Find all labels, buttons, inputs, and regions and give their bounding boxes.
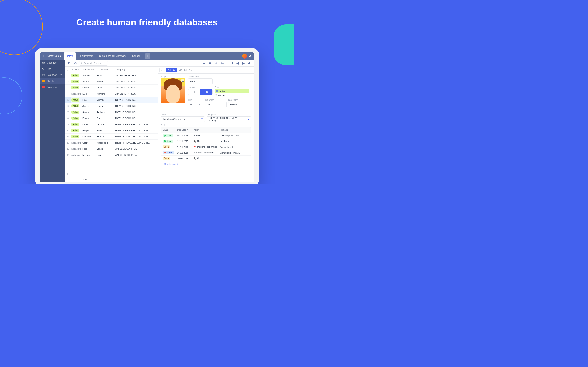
row-number: 2 <box>65 80 71 83</box>
todo-row[interactable]: Open10.03.2016📞Call <box>161 156 251 161</box>
customerno-input[interactable]: K0013 <box>188 78 213 84</box>
filter-button[interactable] <box>66 61 71 66</box>
section-collapse[interactable]: ••• <box>161 109 251 112</box>
view-tab[interactable]: All customers <box>76 52 96 60</box>
col-status[interactable]: Status <box>71 68 82 71</box>
todo-col-status[interactable]: Status <box>161 129 177 131</box>
table-row[interactable]: 8ActiveParkerGoodTORVUS GOLD INC. <box>65 115 158 121</box>
todo-row[interactable]: Done12.11.2015📞Callcall-back <box>161 138 251 144</box>
status-badge: Open <box>163 145 170 149</box>
col-lastname[interactable]: Last Name <box>97 68 115 71</box>
sidebar-item[interactable]: Company <box>40 84 65 90</box>
delete-button[interactable] <box>208 61 213 66</box>
first-button[interactable]: ⏮ <box>229 61 234 66</box>
lang-de[interactable]: DE <box>188 89 200 95</box>
row-number: 8 <box>65 117 71 119</box>
database-name: Ninox Demo <box>47 55 64 58</box>
table-row[interactable]: 5ActiveLisaWilsonTORVUS GOLD INC. <box>65 97 158 103</box>
company-input[interactable]: TORVUS GOLD INC. (NEW YORK) <box>207 117 245 122</box>
sidebar-item[interactable]: Calendar <box>40 72 65 78</box>
cell-status: Active <box>71 104 82 108</box>
next-button[interactable]: ▶ <box>241 61 246 66</box>
cell-lastname: Wilson <box>97 99 115 101</box>
lang-en[interactable]: EN <box>200 89 212 95</box>
todo-col-remarks[interactable]: Remarks <box>220 129 251 131</box>
detail-tab[interactable]: Clients <box>165 68 177 72</box>
comment-icon[interactable] <box>184 69 187 72</box>
sidebar-item[interactable]: Clients⌄ <box>40 78 65 84</box>
duplicate-button[interactable] <box>214 61 219 66</box>
prev-button[interactable]: ◀ <box>235 61 240 66</box>
cell-company: TORVUS GOLD INC. <box>115 117 158 119</box>
mail-icon <box>200 118 203 121</box>
table-row[interactable]: 12not activeGrantMacdonaldTRYNITY PEACE … <box>65 140 158 146</box>
table-row[interactable]: 10ActiveHarperMilesTRYNITY PEACE HOLDING… <box>65 127 158 133</box>
open-company-button[interactable] <box>245 117 251 122</box>
todo-row[interactable]: Project16.11.2015✓Sales ConfirmationCons… <box>161 150 251 156</box>
user-avatar[interactable] <box>242 54 247 58</box>
lastname-input[interactable]: Wilson <box>228 102 251 108</box>
info-icon[interactable] <box>189 69 192 72</box>
cell-firstname: Jorden <box>82 80 97 83</box>
sidebar-item-label: Company <box>47 86 57 89</box>
wrench-icon[interactable] <box>249 54 252 58</box>
table-row[interactable]: 7ActiveAspenAnthonyTORVUS GOLD INC. <box>65 109 158 115</box>
todo-col-action[interactable]: Action <box>194 129 220 131</box>
add-button[interactable] <box>220 61 225 66</box>
title-select[interactable]: Ms▾ <box>188 102 202 108</box>
create-record-button[interactable]: + Create record <box>161 161 251 166</box>
search-input[interactable]: Search in Clients <box>79 61 108 66</box>
table-row[interactable]: 4not activeLukeManningCBA ENTERPRISES <box>65 91 158 97</box>
col-firstname[interactable]: First Name <box>82 68 97 71</box>
sidebar-item[interactable]: Meetings <box>40 60 65 66</box>
search-placeholder: Search in Clients <box>84 62 101 64</box>
cell-lastname: Bradley <box>97 135 115 138</box>
refresh-icon[interactable] <box>67 68 69 71</box>
todo-row[interactable]: Open14.11.2015🚩Meeting PreparationAppoin… <box>161 144 251 150</box>
table-row[interactable]: 13not activeNicoVanceWALDECK CORP CA <box>65 146 158 152</box>
email-input[interactable]: lisa.wilson@torvus.com <box>161 117 199 122</box>
table-row[interactable]: 6ActiveJulissaGarzaTORVUS GOLD INC. <box>65 103 158 109</box>
table-row[interactable]: 9ActiveLindyAbspoelTRYNITY PEACE HOLDING… <box>65 121 158 127</box>
view-tab[interactable]: Customers per Company <box>96 52 129 60</box>
table-row[interactable]: 1ActiveStanleyPottsCBA ENTERPRISES <box>65 72 158 78</box>
cell-lastname: Peters <box>97 86 115 89</box>
status-active-option[interactable]: Active <box>215 89 249 93</box>
table-row[interactable]: 14not activeMichaelRoachWALDECK CORP CA <box>65 152 158 158</box>
col-company[interactable]: Company ⌃ <box>115 68 158 71</box>
send-email-button[interactable] <box>199 117 205 122</box>
todo-row[interactable]: Done06.11.2015✉MailFollow up mail sent. <box>161 133 251 138</box>
chevron-left-icon <box>42 55 45 58</box>
table-row[interactable]: 3ActiveDenisePetersCBA ENTERPRISES <box>65 85 158 91</box>
collapse-button[interactable]: › <box>159 68 164 72</box>
todo-action: 📞Call <box>194 140 220 142</box>
copy-icon <box>215 62 218 65</box>
cell-firstname: Nico <box>82 148 97 150</box>
cell-status: Active <box>71 129 82 132</box>
add-row-button[interactable]: + <box>65 171 158 177</box>
row-number: 5 <box>65 97 71 103</box>
firstname-label: First Name <box>204 99 227 101</box>
view-tab[interactable]: Kanban <box>129 52 143 60</box>
todo-col-date[interactable]: Due Date ⌃ <box>177 129 194 131</box>
table-row[interactable]: 2ActiveJordenMaloneCBA ENTERPRISES <box>65 78 158 85</box>
sidebar-item[interactable]: Find <box>40 66 65 72</box>
todo-date: 12.11.2015 <box>177 140 194 142</box>
settings-button[interactable]: ▾ <box>73 61 78 66</box>
status-notactive-option[interactable]: not active <box>215 93 249 97</box>
svg-rect-1 <box>44 62 44 63</box>
back-button[interactable] <box>40 55 47 58</box>
profile-image[interactable] <box>161 78 185 103</box>
add-tab-button[interactable]: + <box>145 53 150 59</box>
table-row[interactable]: 11ActiveKameronBradleyTRYNITY PEACE HOLD… <box>65 133 158 140</box>
last-button[interactable]: ⏭ <box>247 61 252 66</box>
view-tab[interactable]: active <box>64 52 76 60</box>
detail-header: › Clients <box>158 67 254 74</box>
image-menu-icon[interactable] <box>181 79 184 82</box>
firstname-input[interactable]: Lisa <box>204 102 227 108</box>
cell-lastname: Macdonald <box>97 142 115 144</box>
link-icon <box>247 118 250 121</box>
app-screen: Ninox Demo activeAll customersCustomers … <box>40 52 254 182</box>
print-button[interactable] <box>201 61 207 66</box>
attachment-icon[interactable] <box>179 69 182 72</box>
